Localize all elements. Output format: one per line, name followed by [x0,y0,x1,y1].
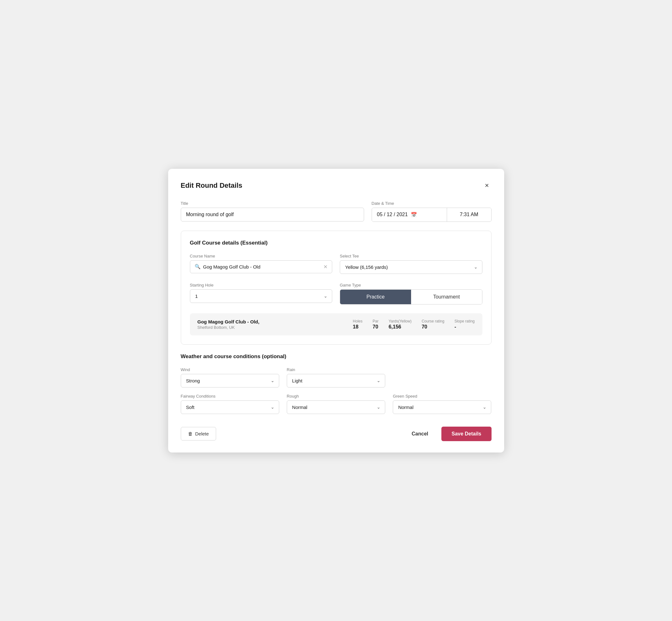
modal-title: Edit Round Details [181,181,243,190]
rough-value: Normal [292,405,307,410]
slope-rating-stat: Slope rating - [454,319,474,330]
chevron-down-icon-5: ⌄ [271,405,275,410]
par-label: Par [373,319,379,323]
starting-hole-value: 1 [195,293,198,299]
course-name-search[interactable]: 🔍 Gog Magog Golf Club - Old ✕ [190,260,333,273]
date-time-group: 05 / 12 / 2021 📅 7:31 AM [372,208,492,222]
title-datetime-row: Title Date & Time 05 / 12 / 2021 📅 7:31 … [181,201,492,222]
title-input[interactable] [181,208,364,221]
delete-label: Delete [195,431,209,437]
time-field[interactable]: 7:31 AM [447,208,491,221]
close-button[interactable]: × [482,180,492,191]
starting-hole-dropdown[interactable]: 1 ⌄ [190,289,333,303]
fairway-value: Soft [186,405,195,410]
chevron-down-icon-3: ⌄ [271,378,275,383]
select-tee-label: Select Tee [340,254,482,258]
title-label: Title [181,201,364,206]
select-tee-dropdown[interactable]: Yellow (6,156 yards) ⌄ [340,260,482,274]
green-speed-value: Normal [398,405,413,410]
course-tee-row: Course Name 🔍 Gog Magog Golf Club - Old … [190,254,482,274]
fairway-rough-green-row: Fairway Conditions Soft ⌄ Rough Normal ⌄… [181,394,492,414]
chevron-down-icon-6: ⌄ [377,405,380,410]
select-tee-value: Yellow (6,156 yards) [345,264,388,270]
date-value: 05 / 12 / 2021 [377,212,408,217]
time-value: 7:31 AM [460,212,478,217]
wind-rain-row: Wind Strong ⌄ Rain Light ⌄ [181,367,492,387]
rain-dropdown[interactable]: Light ⌄ [287,374,385,387]
calendar-icon: 📅 [411,212,417,218]
course-name-value: Gog Magog Golf Club - Old [203,264,321,270]
rough-dropdown[interactable]: Normal ⌄ [287,401,385,414]
chevron-down-icon-4: ⌄ [377,378,380,383]
title-field-group: Title [181,201,364,221]
save-button[interactable]: Save Details [442,427,491,441]
course-info-name-col: Gog Magog Golf Club - Old, Shelford Bott… [198,319,343,330]
delete-button[interactable]: 🗑 Delete [181,427,216,441]
fairway-field: Fairway Conditions Soft ⌄ [181,394,279,414]
wind-field: Wind Strong ⌄ [181,367,279,387]
game-type-group: Game Type Practice Tournament [340,283,482,304]
yards-stat: Yards(Yellow) 6,156 [389,319,412,330]
par-value: 70 [373,324,378,330]
footer-right: Cancel Save Details [406,427,492,441]
slope-rating-value: - [454,324,456,330]
game-type-label: Game Type [340,283,482,287]
fairway-label: Fairway Conditions [181,394,279,399]
green-speed-label: Green Speed [393,394,491,399]
starting-hole-label: Starting Hole [190,283,333,287]
footer-row: 🗑 Delete Cancel Save Details [181,424,492,441]
chevron-down-icon-2: ⌄ [324,293,328,298]
yards-label: Yards(Yellow) [389,319,412,323]
wind-value: Strong [186,378,200,383]
slope-rating-label: Slope rating [454,319,474,323]
course-info-location: Shelford Bottom, UK [198,325,343,330]
golf-section-heading: Golf Course details (Essential) [190,240,482,246]
search-icon: 🔍 [195,264,201,270]
rain-value: Light [292,378,302,383]
trash-icon: 🗑 [188,431,193,437]
cancel-button[interactable]: Cancel [406,427,434,441]
course-info-bar: Gog Magog Golf Club - Old, Shelford Bott… [190,313,482,335]
green-speed-dropdown[interactable]: Normal ⌄ [393,401,491,414]
golf-course-section: Golf Course details (Essential) Course N… [181,231,492,344]
clear-course-icon[interactable]: ✕ [323,264,328,270]
rough-field: Rough Normal ⌄ [287,394,385,414]
fairway-dropdown[interactable]: Soft ⌄ [181,401,279,414]
weather-section: Weather and course conditions (optional)… [181,354,492,414]
yards-value: 6,156 [389,324,401,330]
holes-label: Holes [353,319,363,323]
chevron-down-icon: ⌄ [474,264,478,270]
course-name-group: Course Name 🔍 Gog Magog Golf Club - Old … [190,254,333,273]
starting-hole-group: Starting Hole 1 ⌄ [190,283,333,303]
rain-field: Rain Light ⌄ [287,367,385,387]
hole-gametype-row: Starting Hole 1 ⌄ Game Type Practice Tou… [190,283,482,304]
course-name-label: Course Name [190,254,333,258]
game-type-toggle: Practice Tournament [340,289,482,304]
practice-toggle-btn[interactable]: Practice [340,290,411,304]
modal-header: Edit Round Details × [181,180,492,191]
course-rating-label: Course rating [421,319,444,323]
datetime-field-group: Date & Time 05 / 12 / 2021 📅 7:31 AM [372,201,492,222]
tournament-toggle-btn[interactable]: Tournament [411,290,482,304]
course-rating-stat: Course rating 70 [421,319,444,330]
holes-value: 18 [353,324,359,330]
course-info-name: Gog Magog Golf Club - Old, [198,319,343,324]
par-stat: Par 70 [373,319,379,330]
rough-label: Rough [287,394,385,399]
wind-dropdown[interactable]: Strong ⌄ [181,374,279,387]
edit-round-modal: Edit Round Details × Title Date & Time 0… [168,169,504,453]
chevron-down-icon-7: ⌄ [483,405,487,410]
green-speed-field: Green Speed Normal ⌄ [393,394,491,414]
rain-label: Rain [287,367,385,372]
holes-stat: Holes 18 [353,319,363,330]
select-tee-group: Select Tee Yellow (6,156 yards) ⌄ [340,254,482,274]
wind-label: Wind [181,367,279,372]
course-rating-value: 70 [421,324,427,330]
date-field[interactable]: 05 / 12 / 2021 📅 [372,208,447,221]
datetime-label: Date & Time [372,201,492,206]
weather-heading: Weather and course conditions (optional) [181,354,492,360]
